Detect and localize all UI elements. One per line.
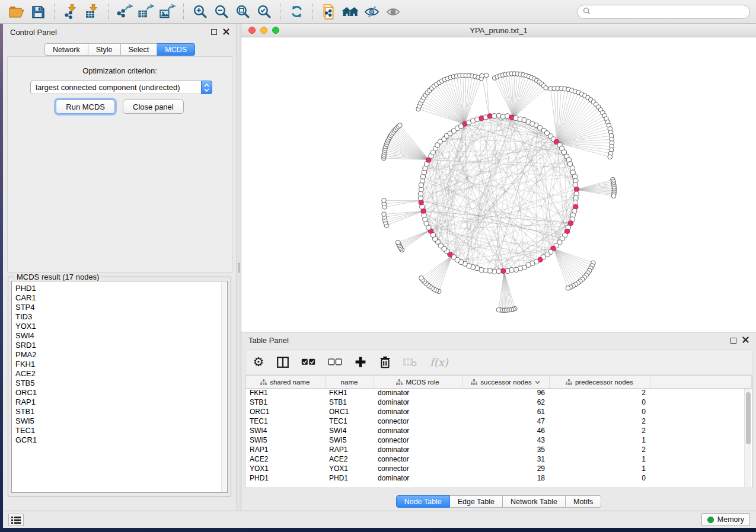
graph-node[interactable] [419,275,424,280]
checked-boxes-icon[interactable] [301,354,315,370]
tab-mcds[interactable]: MCDS [157,43,195,56]
close-panel-icon[interactable] [223,28,229,37]
mcds-result-item[interactable]: ORC1 [15,388,227,398]
mcds-result-list[interactable]: PHD1CAR1STP4TID3YOX1SWI4SRD1PMA2FKH1ACE2… [11,281,228,493]
column-header-successor-nodes[interactable]: successor nodes [462,376,549,388]
float-table-panel-icon[interactable] [731,338,736,344]
network-graph[interactable] [241,37,756,332]
graph-node[interactable] [382,212,387,217]
table-scrollbar-thumb[interactable] [746,392,751,444]
graph-node[interactable] [496,307,501,312]
table-row[interactable]: SWI4SWI4dominator462 [245,426,752,435]
zoom-selected-icon[interactable] [253,2,275,21]
graph-node[interactable] [513,116,518,120]
unchecked-boxes-icon[interactable] [328,354,342,370]
zoom-window-icon[interactable] [272,27,279,34]
table-row[interactable]: RAP1RAP1dominator352 [245,445,752,454]
open-file-icon[interactable] [6,2,27,21]
column-header-shared-name[interactable]: shared name [245,376,325,388]
two-houses-icon[interactable] [340,2,361,21]
splitter-grip-icon[interactable] [238,263,240,273]
network-view[interactable] [241,37,756,332]
tab-node-table[interactable]: Node Table [396,495,450,508]
graph-node[interactable] [420,204,425,209]
tab-edge-table[interactable]: Edge Table [450,495,503,508]
graph-node[interactable] [492,114,497,118]
graph-node[interactable] [398,123,403,128]
add-column-icon[interactable] [355,354,366,370]
import-network-icon[interactable] [60,2,81,21]
tab-network[interactable]: Network [44,43,88,56]
eye-icon[interactable] [382,2,404,21]
zoom-out-icon[interactable] [210,2,232,21]
tab-select[interactable]: Select [121,43,158,56]
mcds-result-item[interactable]: FKH1 [15,360,227,369]
table-row[interactable]: SWI5SWI5connector431 [245,435,752,445]
mcds-result-item[interactable]: ACE2 [15,369,227,379]
mcds-result-item[interactable]: RAP1 [15,398,227,407]
graph-node[interactable] [513,267,518,272]
run-mcds-button[interactable]: Run MCDS [56,100,115,114]
mcds-result-item[interactable]: YOX1 [15,322,227,331]
graph-node[interactable] [537,125,542,130]
network-window-titlebar[interactable]: YPA_prune.txt_1 [241,24,756,37]
zoom-in-icon[interactable] [189,2,210,21]
split-columns-icon[interactable] [277,354,289,370]
mcds-result-item[interactable]: STP4 [15,303,227,312]
graph-node[interactable] [418,191,423,196]
minimize-window-icon[interactable] [260,27,267,34]
table-row[interactable]: YOX1YOX1connector291 [245,464,752,473]
table-row[interactable]: PHD1PHD1dominator180 [245,473,752,483]
list-scrollbar-track[interactable] [221,282,227,492]
zoom-fit-icon[interactable] [232,2,253,21]
graph-node-mcds[interactable] [569,221,573,226]
column-header-mcds-role[interactable]: MCDS role [374,376,462,388]
close-window-icon[interactable] [248,27,256,34]
column-header-predecessor-nodes[interactable]: predecessor nodes [549,376,650,388]
graph-node[interactable] [382,198,387,203]
panel-splitter[interactable] [237,24,241,511]
trash-icon[interactable] [379,354,391,370]
mcds-result-item[interactable]: SWI4 [15,331,227,341]
table-row[interactable]: ORC1ORC1dominator610 [245,407,752,416]
mcds-result-item[interactable]: GCR1 [15,435,227,445]
graph-node[interactable] [500,114,505,119]
tab-network-table[interactable]: Network Table [503,495,566,508]
close-table-panel-icon[interactable] [742,336,749,345]
mcds-result-item[interactable]: PHD1 [15,284,227,293]
graph-node[interactable] [574,191,579,196]
graph-node[interactable] [573,182,578,187]
search-input[interactable] [594,7,744,17]
mcds-result-item[interactable]: PMA2 [15,350,227,360]
graph-node[interactable] [480,73,484,78]
export-image-icon[interactable] [157,2,178,21]
mcds-result-item[interactable]: TID3 [15,312,227,322]
table-scrollbar-track[interactable] [744,389,751,487]
mcds-result-item[interactable]: STB1 [15,407,227,416]
eye-slash-icon[interactable] [361,2,382,21]
graph-node[interactable] [608,155,613,159]
tab-style[interactable]: Style [88,43,121,56]
graph-node[interactable] [484,73,489,78]
import-table-icon[interactable] [81,2,103,21]
criterion-dropdown[interactable]: largest connected component (undirected) [30,81,212,94]
graph-node[interactable] [395,240,400,245]
graph-node[interactable] [566,286,570,291]
table-row[interactable]: TEC1TEC1connector472 [245,416,752,426]
graph-node[interactable] [544,86,548,91]
memory-button[interactable]: Memory [701,513,750,526]
close-panel-button[interactable]: Close panel [123,100,184,114]
mcds-result-item[interactable]: SWI5 [15,416,227,426]
list-mode-button[interactable] [8,514,24,526]
mcds-result-item[interactable]: STB5 [15,379,227,388]
save-session-icon[interactable] [27,2,49,21]
search-box[interactable] [577,5,750,19]
column-header-name[interactable]: name [325,376,374,388]
mcds-result-item[interactable]: TEC1 [15,426,227,435]
export-table-icon[interactable] [135,2,157,21]
graph-node[interactable] [492,269,497,274]
table-row[interactable]: FKH1FKH1dominator962 [245,388,752,398]
table-row[interactable]: ACE2ACE2connector311 [245,454,752,464]
mcds-result-item[interactable]: SRD1 [15,341,227,350]
graph-node[interactable] [611,194,616,198]
